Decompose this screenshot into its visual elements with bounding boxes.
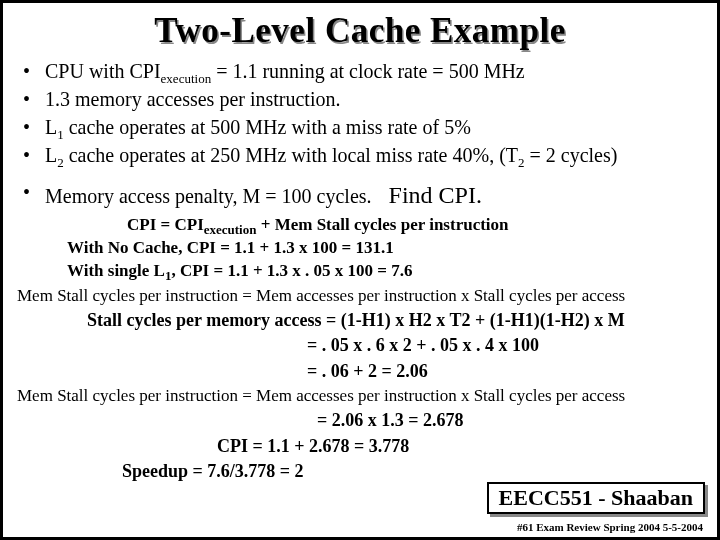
text: = 1.1 running at clock rate = 500 MHz [211, 60, 525, 82]
stall-calc-1: = . 05 x . 6 x 2 + . 05 x . 4 x 100 [307, 334, 703, 357]
course-box-wrap: EECC551 - Shaaban [487, 482, 705, 514]
text: CPU with CPI [45, 60, 161, 82]
bullet-list-2: Memory access penalty, M = 100 cycles. F… [17, 180, 703, 210]
slide-container: Two-Level Cache Example CPU with CPIexec… [0, 0, 720, 540]
stall-formula: Stall cycles per memory access = (1-H1) … [87, 309, 703, 332]
text: L [45, 144, 57, 166]
cpi-formula-block: CPI = CPIexecution + Mem Stall cycles pe… [67, 214, 703, 283]
cpi-single-l1: With single L1, CPI = 1.1 + 1.3 x . 05 x… [67, 260, 703, 283]
find-cpi-text: Find CPI. [389, 182, 482, 208]
bullet-l2: L2 cache operates at 250 MHz with local … [21, 143, 703, 168]
bullet-mem-accesses: 1.3 memory accesses per instruction. [21, 87, 703, 112]
cpi-formula: CPI = CPIexecution + Mem Stall cycles pe… [127, 214, 703, 237]
bullet-mem-penalty: Memory access penalty, M = 100 cycles. F… [21, 180, 703, 210]
final-speedup: Speedup = 7.6/3.778 = 2 [122, 460, 703, 483]
slide-title: Two-Level Cache Example [17, 11, 703, 51]
final-cpi: CPI = 1.1 + 2.678 = 3.778 [217, 435, 703, 458]
mem-stall-formula-1: Mem Stall cycles per instruction = Mem a… [17, 285, 703, 307]
text: L [45, 116, 57, 138]
bullet-list: CPU with CPIexecution = 1.1 running at c… [17, 59, 703, 168]
text: Memory access penalty, M = 100 cycles. [45, 185, 372, 207]
course-box: EECC551 - Shaaban [487, 482, 705, 514]
text: With single L [67, 261, 165, 280]
text: CPI = CPI [127, 215, 204, 234]
mem-stall-formula-2: Mem Stall cycles per instruction = Mem a… [17, 385, 703, 407]
text: = 2 cycles) [525, 144, 618, 166]
final-calc-1: = 2.06 x 1.3 = 2.678 [317, 409, 703, 432]
subscript-execution: execution [161, 71, 212, 86]
text: + Mem Stall cycles per instruction [256, 215, 508, 234]
bullet-l1: L1 cache operates at 500 MHz with a miss… [21, 115, 703, 140]
footer-text: #61 Exam Review Spring 2004 5-5-2004 [517, 521, 703, 533]
subscript-execution: execution [204, 222, 257, 237]
stall-calc-2: = . 06 + 2 = 2.06 [307, 360, 703, 383]
text: cache operates at 500 MHz with a miss ra… [64, 116, 471, 138]
text: cache operates at 250 MHz with local mis… [64, 144, 518, 166]
bullet-cpu: CPU with CPIexecution = 1.1 running at c… [21, 59, 703, 84]
text: , CPI = 1.1 + 1.3 x . 05 x 100 = 7.6 [171, 261, 412, 280]
cpi-no-cache: With No Cache, CPI = 1.1 + 1.3 x 100 = 1… [67, 237, 703, 260]
